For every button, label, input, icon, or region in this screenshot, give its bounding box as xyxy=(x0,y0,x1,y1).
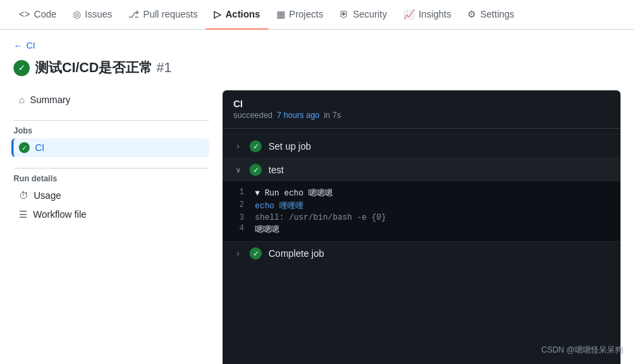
summary-icon: ⌂ xyxy=(19,94,24,105)
nav-actions[interactable]: ▷ Actions xyxy=(206,0,268,30)
security-icon: ⛨ xyxy=(339,9,349,20)
step-complete-success-icon: ✓ xyxy=(250,247,262,260)
line-content-1: ▼ Run echo 嗯嗯嗯 xyxy=(255,187,333,199)
watermark: CSDN @嗯嗯怪呆呆狗 xyxy=(541,344,623,356)
insights-icon: 📈 xyxy=(403,9,415,20)
nav-insights-label: Insights xyxy=(419,9,451,20)
sidebar-run-details-section: Run details ⏱ Usage ☰ Workflow file xyxy=(13,174,209,224)
line-num-3: 3 xyxy=(233,213,244,222)
title-success-icon: ✓ xyxy=(13,60,30,76)
code-line-2: 2 echo 哩哩哩 xyxy=(233,200,610,212)
step-complete-label: Complete job xyxy=(268,248,324,259)
sidebar-jobs-section: Jobs ✓ CI xyxy=(13,126,209,157)
terminal-header: CI succeeded 7 hours ago in 7s xyxy=(223,90,621,123)
terminal-status: succeeded xyxy=(233,111,272,120)
sidebar-divider-1 xyxy=(13,120,209,121)
step-test-label: test xyxy=(268,164,284,175)
line-num-2: 2 xyxy=(233,200,244,212)
terminal-divider xyxy=(223,128,621,129)
step-setup-success-icon: ✓ xyxy=(250,140,262,152)
step-complete-job[interactable]: › ✓ Complete job xyxy=(223,241,621,265)
terminal-time-ago: 7 hours ago xyxy=(277,111,319,120)
sidebar-divider-2 xyxy=(13,168,209,169)
actions-icon: ▷ xyxy=(214,9,221,20)
workflow-file-label: Workflow file xyxy=(33,209,86,220)
code-block: 1 ▼ Run echo 嗯嗯嗯 2 echo 哩哩哩 3 shell: /us… xyxy=(223,181,621,241)
step-test[interactable]: ∨ ✓ test xyxy=(223,158,621,181)
sidebar: ⌂ Summary Jobs ✓ CI Run details xyxy=(13,90,223,364)
sidebar-item-workflow-file[interactable]: ☰ Workflow file xyxy=(13,205,209,224)
step-setup-chevron: › xyxy=(233,142,243,151)
nav-security-label: Security xyxy=(353,9,387,20)
code-icon: <> xyxy=(19,9,30,20)
issues-icon: ◎ xyxy=(73,9,81,20)
sidebar-item-usage[interactable]: ⏱ Usage xyxy=(13,186,209,205)
page-title: ✓ 测试CI/CD是否正常 #1 xyxy=(13,59,621,77)
top-nav: <> Code ◎ Issues ⎇ Pull requests ▷ Actio… xyxy=(0,0,634,30)
nav-pull-requests-label: Pull requests xyxy=(143,9,198,20)
settings-icon: ⚙ xyxy=(467,9,476,20)
nav-code[interactable]: <> Code xyxy=(11,0,65,30)
terminal-panel: CI succeeded 7 hours ago in 7s › ✓ Set u… xyxy=(223,90,621,364)
sidebar-summary-section: ⌂ Summary xyxy=(13,90,209,109)
code-line-1: 1 ▼ Run echo 嗯嗯嗯 xyxy=(233,187,610,200)
run-number: #1 xyxy=(156,60,171,75)
main-layout: ⌂ Summary Jobs ✓ CI Run details xyxy=(13,90,621,364)
sidebar-summary-label: Summary xyxy=(30,94,70,105)
line-num-1: 1 xyxy=(233,187,244,199)
ci-success-icon: ✓ xyxy=(19,142,30,153)
nav-security[interactable]: ⛨ Security xyxy=(331,0,395,30)
nav-insights[interactable]: 📈 Insights xyxy=(395,0,459,30)
step-setup-label: Set up job xyxy=(268,141,311,152)
step-test-success-icon: ✓ xyxy=(250,164,262,176)
step-complete-chevron: › xyxy=(233,249,243,258)
sidebar-item-summary[interactable]: ⌂ Summary xyxy=(13,90,209,109)
terminal-duration: in 7s xyxy=(324,111,341,120)
sidebar-item-ci[interactable]: ✓ CI xyxy=(11,138,209,157)
breadcrumb-label: CI xyxy=(26,40,35,51)
ci-job-label: CI xyxy=(35,142,45,153)
nav-projects-label: Projects xyxy=(289,9,324,20)
line-content-3: shell: /usr/bin/bash -e {0} xyxy=(255,213,386,222)
nav-settings[interactable]: ⚙ Settings xyxy=(459,0,523,30)
terminal-subtitle: succeeded 7 hours ago in 7s xyxy=(233,111,610,120)
nav-pull-requests[interactable]: ⎇ Pull requests xyxy=(120,0,206,30)
usage-label: Usage xyxy=(34,190,61,201)
code-line-3: 3 shell: /usr/bin/bash -e {0} xyxy=(233,212,610,223)
workflow-file-icon: ☰ xyxy=(19,209,28,220)
breadcrumb[interactable]: ← CI xyxy=(13,40,621,51)
nav-settings-label: Settings xyxy=(480,9,515,20)
nav-issues[interactable]: ◎ Issues xyxy=(65,0,120,30)
run-title: 测试CI/CD是否正常 #1 xyxy=(35,59,171,77)
nav-projects[interactable]: ▦ Projects xyxy=(268,0,332,30)
page-content: ← CI ✓ 测试CI/CD是否正常 #1 ⌂ Summary xyxy=(0,30,634,364)
nav-actions-label: Actions xyxy=(225,9,260,20)
line-content-2: echo 哩哩哩 xyxy=(255,200,304,212)
line-num-4: 4 xyxy=(233,224,244,235)
nav-issues-label: Issues xyxy=(85,9,112,20)
step-setup-job[interactable]: › ✓ Set up job xyxy=(223,134,621,158)
step-test-chevron: ∨ xyxy=(233,165,243,175)
terminal-title: CI xyxy=(233,98,610,109)
usage-icon: ⏱ xyxy=(19,190,28,201)
breadcrumb-arrow: ← xyxy=(13,40,22,51)
code-line-4: 4 嗯嗯嗯 xyxy=(233,223,610,236)
nav-code-label: Code xyxy=(34,9,56,20)
run-details-label: Run details xyxy=(13,174,209,183)
line-content-4: 嗯嗯嗯 xyxy=(255,224,279,235)
pull-requests-icon: ⎇ xyxy=(128,9,139,20)
projects-icon: ▦ xyxy=(277,9,285,20)
jobs-label: Jobs xyxy=(13,126,209,135)
